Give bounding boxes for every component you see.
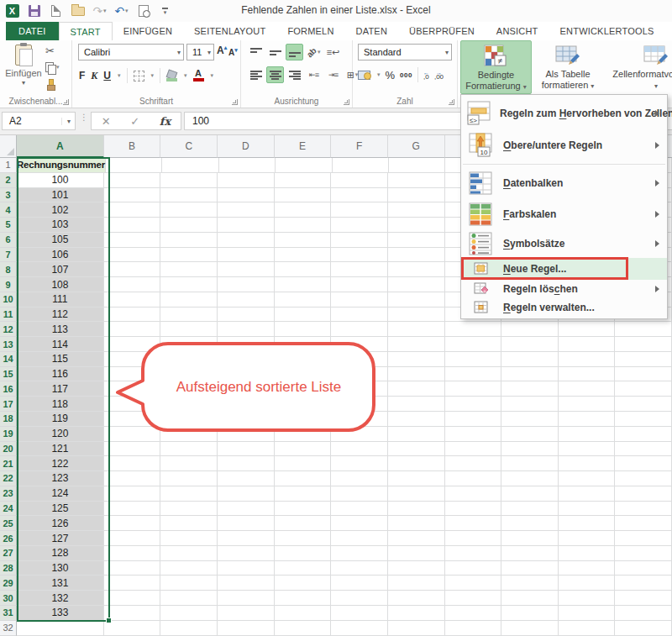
- cell-d5[interactable]: [218, 218, 275, 233]
- cell-h29[interactable]: [445, 576, 502, 591]
- align-top-button[interactable]: [247, 44, 265, 60]
- cell-a22[interactable]: 123: [17, 471, 104, 486]
- cell-j23[interactable]: [559, 486, 616, 502]
- cell-j31[interactable]: [559, 606, 616, 621]
- cell-f1[interactable]: [333, 158, 389, 173]
- paste-button[interactable]: Einfügen ▾: [5, 43, 42, 95]
- cell-g20[interactable]: [388, 442, 445, 457]
- cell-e5[interactable]: [275, 218, 332, 233]
- cell-d29[interactable]: [218, 576, 275, 591]
- cell-a27[interactable]: 128: [17, 546, 104, 561]
- cell-d32[interactable]: [218, 621, 275, 636]
- row-header-25[interactable]: 25: [0, 516, 17, 531]
- cell-c4[interactable]: [160, 202, 218, 218]
- cell-b25[interactable]: [104, 516, 161, 531]
- format-painter-button[interactable]: [45, 77, 60, 91]
- column-header-d[interactable]: D: [218, 135, 275, 158]
- cell-a11[interactable]: 112: [17, 307, 104, 323]
- cell-c30[interactable]: [160, 591, 218, 606]
- cell-b31[interactable]: [104, 606, 161, 621]
- fill-color-icon[interactable]: [166, 71, 177, 81]
- cell-e8[interactable]: [275, 262, 332, 277]
- cell-f26[interactable]: [331, 531, 388, 546]
- row-header-2[interactable]: 2: [0, 173, 17, 188]
- font-name-select[interactable]: Calibri▾: [78, 44, 184, 60]
- cell-g23[interactable]: [388, 486, 445, 502]
- column-header-c[interactable]: C: [160, 135, 218, 158]
- insert-function-icon[interactable]: fx: [160, 115, 171, 128]
- cell-g12[interactable]: [388, 322, 445, 337]
- row-header-9[interactable]: 9: [0, 277, 17, 292]
- cell-i19[interactable]: [501, 427, 559, 442]
- cell-g15[interactable]: [388, 367, 445, 382]
- cell-h31[interactable]: [445, 606, 502, 621]
- cell-a17[interactable]: 118: [17, 397, 104, 412]
- cell-g28[interactable]: [388, 561, 445, 576]
- cell-c20[interactable]: [160, 442, 218, 457]
- cell-g9[interactable]: [388, 277, 445, 292]
- cell-h26[interactable]: [445, 531, 502, 546]
- underline-button[interactable]: U: [103, 70, 111, 81]
- cell-e30[interactable]: [275, 591, 332, 606]
- bold-button[interactable]: F: [79, 70, 85, 81]
- cell-j18[interactable]: [559, 412, 616, 427]
- cell-a9[interactable]: 108: [17, 277, 104, 292]
- cell-d24[interactable]: [218, 502, 275, 517]
- cell-a26[interactable]: 127: [17, 531, 104, 546]
- cell-i28[interactable]: [501, 561, 559, 576]
- row-header-5[interactable]: 5: [0, 218, 17, 233]
- row-header-10[interactable]: 10: [0, 292, 17, 307]
- cell-h27[interactable]: [445, 546, 502, 561]
- cell-g13[interactable]: [388, 337, 445, 352]
- cell-k29[interactable]: [615, 576, 672, 591]
- cell-e24[interactable]: [275, 502, 332, 517]
- cell-h24[interactable]: [445, 502, 502, 517]
- cell-h12[interactable]: [445, 322, 502, 337]
- cell-a1[interactable]: Rechnungsnummer: [17, 158, 106, 173]
- cell-h22[interactable]: [445, 471, 502, 486]
- cell-a5[interactable]: 103: [17, 218, 104, 233]
- cell-i24[interactable]: [501, 502, 559, 517]
- cell-a8[interactable]: 107: [17, 262, 104, 277]
- cell-g22[interactable]: [388, 471, 445, 486]
- cell-e32[interactable]: [275, 621, 332, 636]
- cancel-icon[interactable]: ✕: [102, 115, 111, 128]
- cell-k20[interactable]: [615, 442, 672, 457]
- cell-h13[interactable]: [445, 337, 502, 352]
- row-header-13[interactable]: 13: [0, 337, 17, 352]
- cell-e11[interactable]: [275, 307, 332, 323]
- cell-e9[interactable]: [275, 277, 332, 292]
- cell-g32[interactable]: [388, 621, 445, 636]
- cell-a28[interactable]: 130: [17, 561, 104, 576]
- cell-h23[interactable]: [445, 486, 502, 502]
- cell-d7[interactable]: [218, 248, 275, 263]
- cell-c25[interactable]: [160, 516, 218, 531]
- cell-i32[interactable]: [501, 621, 559, 636]
- row-header-30[interactable]: 30: [0, 591, 17, 606]
- cell-i17[interactable]: [501, 397, 559, 412]
- tab-daten[interactable]: DATEN: [345, 22, 398, 40]
- cell-k26[interactable]: [615, 531, 672, 546]
- row-header-27[interactable]: 27: [0, 546, 17, 561]
- row-header-7[interactable]: 7: [0, 248, 17, 263]
- cell-g16[interactable]: [388, 381, 445, 397]
- cell-f24[interactable]: [331, 502, 388, 517]
- decrease-decimal-button[interactable]: →,00: [434, 71, 444, 79]
- cell-c3[interactable]: [160, 188, 218, 203]
- row-header-17[interactable]: 17: [0, 397, 17, 412]
- row-header-3[interactable]: 3: [0, 188, 17, 203]
- cell-b8[interactable]: [104, 262, 161, 277]
- decrease-indent-button[interactable]: ⇤≡: [305, 66, 323, 83]
- cell-f8[interactable]: [331, 262, 388, 277]
- cell-e12[interactable]: [275, 322, 332, 337]
- increase-decimal-button[interactable]: ←,0: [423, 71, 429, 79]
- number-dialog-launcher-icon[interactable]: [449, 99, 454, 105]
- row-header-22[interactable]: 22: [0, 471, 17, 486]
- cell-f6[interactable]: [331, 233, 388, 248]
- cell-a24[interactable]: 125: [17, 502, 104, 517]
- cell-k12[interactable]: [615, 322, 672, 337]
- cell-d25[interactable]: [218, 516, 275, 531]
- font-color-button[interactable]: A: [193, 70, 204, 81]
- grow-font-button[interactable]: A▴: [217, 45, 227, 56]
- cell-a18[interactable]: 119: [17, 412, 104, 427]
